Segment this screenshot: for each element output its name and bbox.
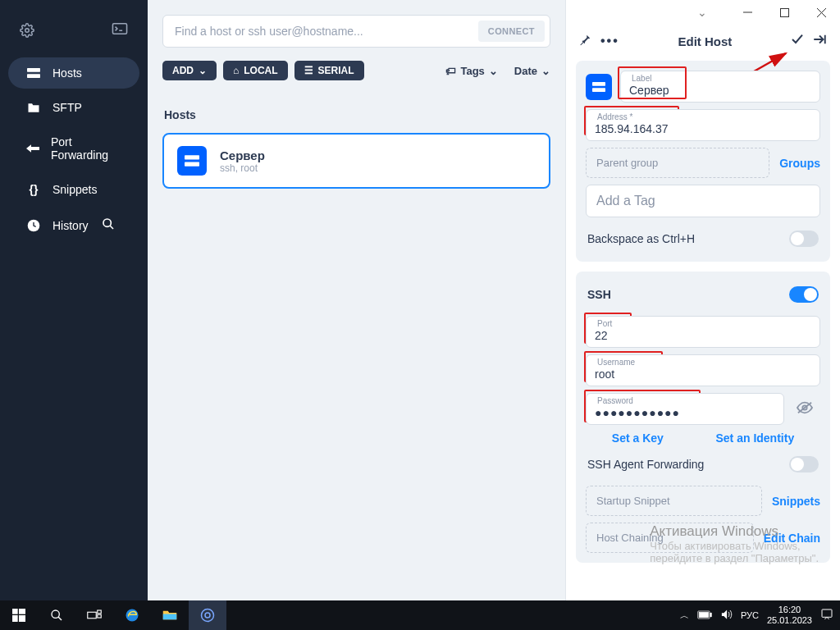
tag-icon: 🏷 [445, 65, 456, 77]
date-filter[interactable]: Date⌄ [514, 65, 550, 77]
nav-label: Snippets [52, 183, 97, 196]
volume-icon[interactable] [720, 609, 733, 622]
field-label: Label [629, 75, 811, 83]
tray-chevron-icon[interactable]: ︿ [680, 609, 689, 622]
terminal-icon[interactable] [112, 23, 128, 41]
home-icon: ⌂ [233, 65, 239, 76]
field-label: Port [595, 320, 811, 328]
ssh-toggle[interactable] [789, 286, 819, 303]
svg-point-5 [103, 219, 111, 226]
task-view-button[interactable] [75, 600, 113, 630]
check-icon[interactable] [791, 34, 804, 48]
pin-icon[interactable] [579, 33, 592, 49]
port-field[interactable]: Port 22 [586, 316, 820, 348]
nav-label: History [52, 219, 89, 232]
clock[interactable]: 16:20 25.01.2023 [767, 605, 812, 626]
search-button[interactable] [38, 600, 75, 630]
nav-sftp[interactable]: SFTP [8, 92, 139, 123]
search-input[interactable] [175, 25, 478, 38]
svg-rect-19 [12, 615, 18, 622]
braces-icon: {} [26, 183, 41, 196]
server-icon [177, 146, 207, 176]
battery-icon[interactable] [697, 610, 712, 621]
username-field[interactable]: Username root [586, 354, 820, 386]
nav-port-forwarding[interactable]: Port Forwarding [8, 126, 139, 171]
svg-rect-17 [12, 609, 18, 614]
field-value: 185.94.164.37 [595, 122, 811, 135]
svg-rect-30 [710, 613, 712, 617]
nav-snippets[interactable]: {} Snippets [8, 174, 139, 205]
ie-button[interactable] [113, 600, 151, 630]
field-value: Сервер [629, 84, 811, 97]
collapse-icon[interactable] [812, 34, 827, 48]
serial-icon: ☰ [304, 65, 313, 76]
svg-point-21 [52, 610, 59, 618]
label-field[interactable]: Label Сервер [620, 71, 820, 103]
svg-point-27 [202, 609, 214, 622]
close-button[interactable] [803, 0, 840, 25]
svg-rect-24 [98, 614, 102, 618]
password-field[interactable]: Password ●●●●●●●●●●● [586, 393, 784, 425]
agent-toggle[interactable] [789, 456, 819, 472]
set-key-link[interactable]: Set a Key [612, 431, 664, 445]
language-indicator[interactable]: РУС [741, 610, 759, 620]
explorer-button[interactable] [151, 600, 189, 630]
termius-button[interactable] [189, 600, 226, 630]
eye-icon[interactable] [789, 400, 820, 418]
startup-snippet-field[interactable]: Startup Snippet [586, 486, 762, 516]
gear-icon[interactable] [20, 23, 34, 41]
maximize-button[interactable] [766, 0, 803, 25]
nav-label: Port Forwarding [51, 135, 121, 162]
tags-filter[interactable]: 🏷Tags⌄ [445, 65, 497, 77]
svg-rect-7 [185, 162, 199, 167]
host-search-box[interactable]: CONNECT [162, 15, 550, 48]
local-button[interactable]: ⌂LOCAL [223, 61, 288, 80]
svg-rect-31 [699, 612, 708, 617]
edit-host-panel: ⌄ ••• Edit Host Label С [565, 0, 840, 600]
parent-group-field[interactable]: Parent group [586, 148, 769, 178]
svg-rect-18 [19, 609, 25, 614]
hosts-heading: Hosts [164, 108, 549, 121]
host-subtitle: ssh, root [220, 162, 265, 174]
svg-rect-9 [781, 8, 789, 16]
add-tag-field[interactable]: Add a Tag [586, 185, 820, 217]
connect-button[interactable]: CONNECT [478, 21, 545, 42]
backspace-toggle[interactable] [789, 231, 819, 247]
sidebar: Hosts SFTP Port Forwarding {} Snippets H… [0, 0, 148, 600]
groups-link[interactable]: Groups [779, 157, 820, 170]
nav-hosts[interactable]: Hosts [8, 57, 139, 89]
main-area: CONNECT ADD⌄ ⌂LOCAL ☰SERIAL 🏷Tags⌄ Date⌄… [148, 0, 565, 600]
svg-rect-3 [27, 74, 40, 78]
more-icon[interactable]: ••• [600, 34, 619, 48]
serial-button[interactable]: ☰SERIAL [294, 61, 364, 80]
start-button[interactable] [0, 600, 38, 630]
chevron-down-icon: ⌄ [489, 65, 498, 77]
svg-rect-20 [19, 615, 25, 622]
minimize-button[interactable] [729, 0, 766, 25]
chevron-down-icon: ⌄ [199, 65, 207, 76]
forward-icon [26, 144, 39, 153]
ssh-heading: SSH [587, 288, 611, 301]
field-value: ●●●●●●●●●●● [595, 406, 775, 419]
add-button[interactable]: ADD⌄ [162, 61, 217, 80]
folder-icon [26, 103, 41, 113]
field-label: Username [595, 358, 811, 367]
search-icon[interactable] [102, 217, 115, 233]
field-value: root [595, 368, 811, 381]
nav-history[interactable]: History [8, 208, 139, 242]
svg-rect-26 [163, 614, 177, 620]
notifications-icon[interactable] [820, 608, 833, 623]
svg-point-0 [25, 29, 30, 33]
host-card[interactable]: Сервер ssh, root [162, 133, 550, 189]
snippets-link[interactable]: Snippets [772, 495, 820, 508]
host-chaining-field[interactable]: Host Chaining [586, 523, 754, 553]
field-value: 22 [595, 329, 811, 342]
set-identity-link[interactable]: Set an Identity [715, 431, 794, 445]
edit-chain-link[interactable]: Edit Chain [764, 532, 820, 545]
svg-rect-1 [112, 24, 126, 34]
server-icon [586, 74, 612, 100]
nav-label: SFTP [52, 101, 82, 114]
address-field[interactable]: Address * 185.94.164.37 [586, 109, 820, 141]
hosts-icon [26, 68, 41, 78]
chevron-down-icon[interactable]: ⌄ [697, 6, 707, 19]
